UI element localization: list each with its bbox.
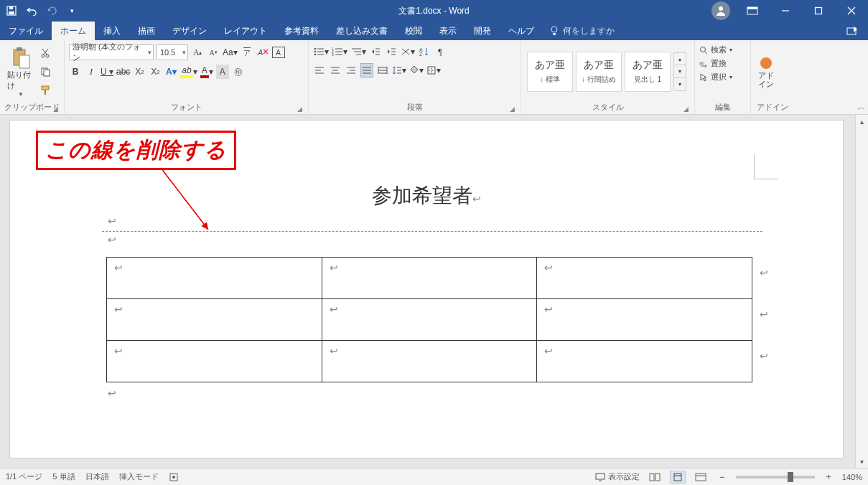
status-insert-mode[interactable]: 挿入モード <box>119 471 159 482</box>
grow-font-icon[interactable]: A▴ <box>191 45 204 60</box>
asian-layout-icon[interactable]: ▾ <box>401 44 415 59</box>
clear-formatting-icon[interactable]: A <box>256 45 269 60</box>
tab-mailings[interactable]: 差し込み文書 <box>327 22 396 40</box>
maximize-button[interactable] <box>802 0 835 22</box>
tab-developer[interactable]: 開発 <box>465 22 500 40</box>
table-cell[interactable]: ↩ <box>537 258 752 299</box>
justify-icon[interactable] <box>360 63 373 77</box>
enclose-characters-icon[interactable]: A <box>272 47 285 58</box>
tab-draw[interactable]: 描画 <box>129 22 164 40</box>
table-cell[interactable]: ↩ <box>107 299 322 341</box>
paste-button[interactable]: 貼り付け ▼ <box>4 43 37 100</box>
tell-me[interactable]: 何をしますか <box>543 22 622 40</box>
status-language[interactable]: 日本語 <box>85 471 109 482</box>
multilevel-list-icon[interactable]: ▾ <box>350 44 366 59</box>
ribbon-options-icon[interactable] <box>736 0 769 22</box>
font-name-combo[interactable]: 游明朝 (本文のフォン <box>69 44 154 60</box>
shading-icon[interactable]: ▾ <box>409 63 424 77</box>
bold-button[interactable]: B <box>69 65 82 79</box>
vertical-scrollbar[interactable]: ▴ ▾ <box>855 115 868 468</box>
tab-help[interactable]: ヘルプ <box>500 22 543 40</box>
tab-file[interactable]: ファイル <box>0 22 52 40</box>
table-cell[interactable]: ↩ <box>322 299 537 341</box>
save-icon[interactable] <box>6 5 17 17</box>
align-right-icon[interactable] <box>345 63 358 77</box>
clipboard-launcher-icon[interactable]: ◢ <box>53 105 58 113</box>
highlight-color-icon[interactable]: ab▾ <box>180 65 197 79</box>
close-button[interactable] <box>835 0 868 22</box>
font-color-icon[interactable]: A▾ <box>200 65 213 79</box>
table-cell[interactable]: ↩ <box>107 341 322 382</box>
document-table[interactable]: ↩↩↩ ↩↩↩ ↩↩↩ <box>106 257 752 382</box>
copy-icon[interactable] <box>39 65 52 79</box>
web-layout-icon[interactable] <box>693 471 709 484</box>
collapse-ribbon-icon[interactable]: ︿ <box>857 102 865 113</box>
table-cell[interactable]: ↩ <box>322 341 537 382</box>
numbering-icon[interactable]: 123▾ <box>332 44 347 59</box>
italic-button[interactable]: I <box>85 65 98 79</box>
tab-home[interactable]: ホーム <box>52 22 95 40</box>
underline-button[interactable]: U ▾ <box>101 65 113 79</box>
table-cell[interactable]: ↩ <box>537 341 752 382</box>
font-launcher-icon[interactable]: ◢ <box>297 105 302 113</box>
distributed-icon[interactable] <box>376 63 389 77</box>
table-cell[interactable]: ↩ <box>107 258 322 299</box>
styles-scroll-down-icon[interactable]: ▾ <box>673 65 686 78</box>
tab-review[interactable]: 校閲 <box>396 22 431 40</box>
styles-expand-icon[interactable]: ▾ <box>673 78 686 91</box>
replace-button[interactable]: ab置換 <box>699 58 746 69</box>
styles-launcher-icon[interactable]: ◢ <box>683 105 689 113</box>
undo-icon[interactable] <box>26 5 37 17</box>
zoom-in-button[interactable]: ＋ <box>822 470 835 484</box>
page[interactable]: この線を削除する 参加希望者↩ ↩ ↩ ↩↩↩ ↩↩↩ ↩↩↩ ↩ ↩ ↩ ↩ <box>10 121 843 458</box>
table-cell[interactable]: ↩ <box>322 258 537 299</box>
tab-design[interactable]: デザイン <box>164 22 215 40</box>
format-painter-icon[interactable] <box>39 83 52 98</box>
style-heading1[interactable]: あア亜見出し 1 <box>625 52 671 92</box>
status-word-count[interactable]: 5 単語 <box>52 471 75 482</box>
zoom-out-button[interactable]: − <box>716 470 729 484</box>
style-normal[interactable]: あア亜↓ 標準 <box>527 52 573 92</box>
decrease-indent-icon[interactable] <box>369 44 382 59</box>
cut-icon[interactable] <box>39 46 52 60</box>
zoom-slider[interactable] <box>736 476 815 479</box>
borders-icon[interactable]: ▾ <box>426 63 441 77</box>
character-shading-icon[interactable]: A <box>216 65 229 79</box>
macro-record-icon[interactable] <box>169 472 179 482</box>
show-marks-icon[interactable]: ¶ <box>434 44 447 59</box>
share-button[interactable] <box>836 22 868 40</box>
styles-scroll-up-icon[interactable]: ▴ <box>673 52 686 65</box>
find-button[interactable]: 検索▾ <box>699 44 746 55</box>
change-case-icon[interactable]: Aa▾ <box>223 45 238 60</box>
align-center-icon[interactable] <box>329 63 342 77</box>
enclose-circle-icon[interactable]: ㊞ <box>232 65 245 79</box>
table-cell[interactable]: ↩ <box>537 299 752 341</box>
superscript-button[interactable]: X2 <box>149 65 162 79</box>
paragraph-launcher-icon[interactable]: ◢ <box>510 105 515 113</box>
tab-insert[interactable]: 挿入 <box>95 22 129 40</box>
addins-button[interactable]: アド イン <box>755 43 777 100</box>
shrink-font-icon[interactable]: A▾ <box>207 45 220 60</box>
display-settings[interactable]: 表示設定 <box>595 471 640 482</box>
font-size-combo[interactable]: 10.5 <box>157 44 188 60</box>
strikethrough-button[interactable]: abc <box>116 65 130 79</box>
bullets-icon[interactable]: ▾ <box>313 44 329 59</box>
tab-view[interactable]: 表示 <box>431 22 465 40</box>
account-icon[interactable] <box>711 1 730 20</box>
align-left-icon[interactable] <box>313 63 326 77</box>
tab-layout[interactable]: レイアウト <box>215 22 276 40</box>
qat-customize-icon[interactable]: ▾ <box>66 5 78 17</box>
tab-references[interactable]: 参考資料 <box>276 22 327 40</box>
increase-indent-icon[interactable] <box>385 44 398 59</box>
phonetic-guide-icon[interactable]: ア <box>241 45 253 60</box>
zoom-level[interactable]: 140% <box>842 473 862 481</box>
select-button[interactable]: 選択▾ <box>699 72 746 83</box>
subscript-button[interactable]: X2 <box>133 65 146 79</box>
text-effects-icon[interactable]: A▾ <box>164 65 177 79</box>
sort-icon[interactable]: AZ <box>418 44 431 59</box>
minimize-button[interactable] <box>769 0 802 22</box>
status-page[interactable]: 1/1 ページ <box>6 471 42 482</box>
read-mode-icon[interactable] <box>647 471 663 484</box>
redo-icon[interactable] <box>46 5 57 17</box>
style-no-spacing[interactable]: あア亜↓ 行間詰め <box>576 52 622 92</box>
